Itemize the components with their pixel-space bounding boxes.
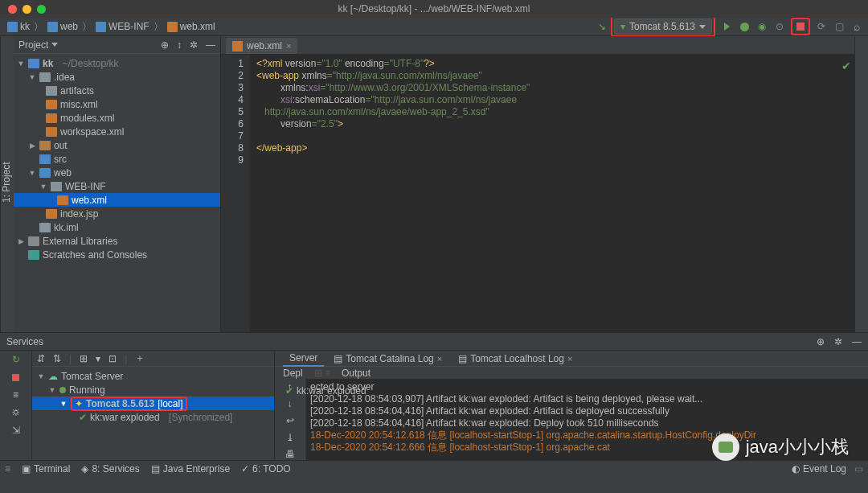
- console-tabs: Server ▤Tomcat Catalina Log× ▤Tomcat Loc…: [275, 351, 868, 367]
- xml-file-icon: [232, 41, 243, 51]
- filter-icon[interactable]: ▾: [96, 353, 100, 364]
- tree-row-selected[interactable]: web.xml: [14, 193, 220, 207]
- tomcat-highlight: ✦ Tomcat 8.5.613 [local]: [71, 396, 187, 411]
- tab-localhost-log[interactable]: ▤Tomcat Localhost Log×: [452, 351, 579, 366]
- watermark-text: java小小小栈: [746, 435, 849, 459]
- run-config-highlight: ▾ Tomcat 8.5.613: [611, 16, 715, 37]
- pin-icon[interactable]: ⇲: [10, 425, 22, 436]
- scroll-down-icon[interactable]: ↓: [288, 398, 293, 409]
- watermark: java小小小栈: [712, 433, 849, 461]
- service-row[interactable]: ▼☁Tomcat Server: [32, 369, 274, 383]
- add-icon[interactable]: ＋: [135, 351, 145, 365]
- coverage-button[interactable]: ◉: [755, 20, 768, 33]
- run-config-selector[interactable]: ▾ Tomcat 8.5.613: [614, 18, 712, 35]
- window-title: kk [~/Desktop/kk] - .../web/WEB-INF/web.…: [338, 3, 530, 14]
- left-tool-strip[interactable]: 1: Project: [0, 36, 14, 332]
- tree-row[interactable]: ▼kk ~/Desktop/kk: [14, 56, 220, 70]
- editor-area: web.xml × ✔ 123456789 <?xml version="1.0…: [221, 36, 854, 332]
- stop-button-highlight: [791, 18, 810, 35]
- editor-tab-bar: web.xml ×: [221, 36, 854, 55]
- settings-icon[interactable]: ⛭: [10, 407, 22, 418]
- tree-row[interactable]: modules.xml: [14, 111, 220, 125]
- tree-row[interactable]: src: [14, 152, 220, 166]
- sub-output[interactable]: Output: [342, 368, 371, 379]
- print-icon[interactable]: 🖶: [285, 449, 295, 460]
- chevron-down-icon: [699, 25, 706, 29]
- maximize-window-button[interactable]: [37, 5, 46, 14]
- breadcrumb[interactable]: kk: [5, 20, 32, 33]
- build-icon[interactable]: ↘: [598, 21, 606, 32]
- gear-icon[interactable]: ✲: [190, 39, 198, 51]
- wechat-icon: [712, 433, 739, 461]
- expand-all-icon[interactable]: ↕: [177, 39, 182, 51]
- services-toolwindow-header: Services ⊕ ✲ —: [0, 332, 868, 351]
- service-row-selected[interactable]: ▼ ✦ Tomcat 8.5.613 [local]: [32, 396, 274, 410]
- services-button[interactable]: ◈8: Services: [81, 463, 139, 475]
- hide-icon[interactable]: —: [206, 39, 215, 51]
- update-button[interactable]: ⟳: [815, 20, 828, 33]
- tree-row[interactable]: artifacts: [14, 84, 220, 97]
- select-icon[interactable]: ⊕: [817, 336, 825, 347]
- layout-button[interactable]: ▢: [833, 20, 845, 33]
- tree-row[interactable]: Scratches and Consoles: [14, 248, 220, 261]
- grid-icon[interactable]: ⊞: [80, 353, 88, 364]
- run-button[interactable]: [720, 20, 733, 33]
- services-tree-panel: ⇵ ⇅ | ⊞ ▾ ⊡ | ＋ ▼☁Tomcat Server ▼Running…: [32, 351, 275, 460]
- window-titlebar: kk [~/Desktop/kk] - .../web/WEB-INF/web.…: [0, 0, 868, 18]
- code-content[interactable]: <?xml version="1.0" encoding="UTF-8"?> <…: [250, 55, 854, 332]
- tab-server[interactable]: Server: [283, 351, 324, 367]
- debug-button[interactable]: [738, 20, 751, 33]
- tree-row[interactable]: ▶out: [14, 138, 220, 152]
- tree-row[interactable]: index.jsp: [14, 207, 220, 220]
- scroll-end-icon[interactable]: ⤓: [286, 432, 294, 443]
- filter-icon[interactable]: ≡: [10, 389, 22, 401]
- service-row[interactable]: ▼Running: [32, 383, 274, 396]
- stop-icon[interactable]: [10, 372, 22, 383]
- tree-row[interactable]: ▶External Libraries: [14, 234, 220, 248]
- tree-expand-icon[interactable]: ⇵: [37, 353, 45, 364]
- right-tool-strip[interactable]: [854, 36, 868, 332]
- services-gutter: ↻ ≡ ⛭ ⇲: [0, 351, 32, 460]
- tree-row[interactable]: ▼web: [14, 166, 220, 179]
- search-icon[interactable]: [850, 20, 863, 33]
- memory-indicator[interactable]: ▭: [854, 463, 863, 475]
- editor-tab-label: web.xml: [247, 40, 282, 51]
- tree-row[interactable]: workspace.xml: [14, 125, 220, 138]
- editor-tab[interactable]: web.xml ×: [226, 38, 297, 54]
- profile-button[interactable]: ⊙: [773, 20, 786, 33]
- chevron-down-icon[interactable]: [51, 43, 58, 47]
- tree-row[interactable]: misc.xml: [14, 97, 220, 111]
- sub-depl[interactable]: Depl: [283, 368, 303, 379]
- group-icon[interactable]: ⊡: [108, 353, 117, 364]
- code-editor[interactable]: ✔ 123456789 <?xml version="1.0" encoding…: [221, 55, 854, 332]
- breadcrumb[interactable]: WEB-INF: [93, 20, 152, 33]
- stop-button[interactable]: [794, 20, 807, 33]
- close-window-button[interactable]: [8, 5, 17, 14]
- close-tab-icon[interactable]: ×: [286, 41, 291, 51]
- breadcrumb[interactable]: web.xml: [165, 20, 218, 33]
- tree-row[interactable]: ▼WEB-INF: [14, 179, 220, 193]
- running-status-icon: [59, 387, 66, 393]
- soft-wrap-icon[interactable]: ↩: [286, 415, 294, 426]
- hide-icon[interactable]: —: [852, 336, 862, 347]
- deployment-status: ✔kk:war exploded: [285, 385, 366, 396]
- gear-icon[interactable]: ✲: [834, 336, 842, 347]
- tab-catalina-log[interactable]: ▤Tomcat Catalina Log×: [327, 351, 448, 366]
- run-config-label: Tomcat 8.5.613: [629, 21, 695, 32]
- rerun-icon[interactable]: ↻: [10, 354, 22, 365]
- project-tree[interactable]: ▼kk ~/Desktop/kk ▼.idea artifacts misc.x…: [14, 54, 220, 332]
- select-opened-icon[interactable]: ⊕: [161, 39, 169, 51]
- service-row[interactable]: ✔kk:war exploded [Synchronized]: [32, 410, 274, 424]
- breadcrumb[interactable]: web: [45, 20, 80, 33]
- minimize-window-button[interactable]: [23, 5, 31, 14]
- tree-row[interactable]: kk.iml: [14, 220, 220, 234]
- tree-row[interactable]: ▼.idea: [14, 70, 220, 84]
- javaee-button[interactable]: ▤Java Enterprise: [151, 463, 230, 475]
- todo-button[interactable]: ✓6: TODO: [241, 463, 291, 475]
- services-toolbar: ⇵ ⇅ | ⊞ ▾ ⊡ | ＋: [32, 351, 274, 367]
- event-log-button[interactable]: ◐Event Log: [792, 463, 846, 475]
- project-panel-title: Project: [18, 39, 48, 51]
- project-tool-window: Project ⊕ ↕ ✲ — ▼kk ~/Desktop/kk ▼.idea …: [14, 36, 221, 332]
- terminal-button[interactable]: ▣Terminal: [22, 463, 70, 475]
- tree-collapse-icon[interactable]: ⇅: [53, 353, 61, 364]
